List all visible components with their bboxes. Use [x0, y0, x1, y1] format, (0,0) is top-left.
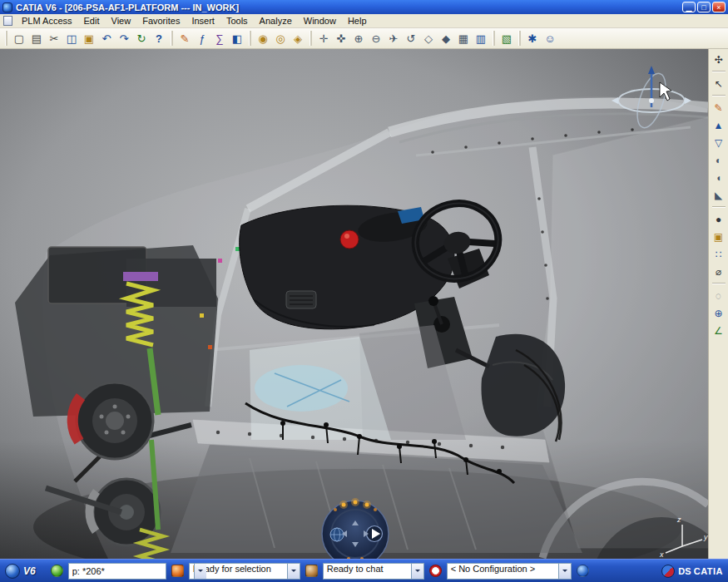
cut-icon[interactable]: ✂ — [46, 30, 62, 47]
catia-window: CATIA V6 - [206-PSA-AF1-PLATFORM --- IN_… — [0, 0, 728, 582]
search-combo[interactable] — [68, 563, 166, 580]
undo-icon[interactable]: ↶ — [98, 30, 115, 47]
capture-icon[interactable]: ▥ — [473, 30, 489, 47]
configuration-combo[interactable]: < No Configuration > — [447, 563, 572, 580]
toolbar-separator — [712, 71, 726, 72]
catia-v6-brand: V6 — [5, 564, 36, 579]
ds-logo-icon — [661, 565, 675, 578]
menu-analyze[interactable]: Analyze — [254, 15, 298, 27]
settings-icon[interactable]: ✱ — [524, 30, 541, 47]
statusbar: V6 Ready for selection Ready to chat < N… — [0, 559, 728, 582]
menu-view[interactable]: View — [106, 15, 137, 27]
play-button[interactable] — [367, 526, 383, 542]
multi-view-icon[interactable]: ▦ — [455, 30, 472, 47]
knowledge-icon[interactable]: ∑ — [211, 30, 228, 47]
center-view-icon[interactable]: ✜ — [333, 30, 349, 47]
chat-dropdown-arrow[interactable] — [411, 564, 423, 579]
sketch-3d-icon[interactable]: ✎ — [711, 100, 726, 116]
redo-icon[interactable]: ↷ — [116, 30, 132, 47]
security-icon[interactable]: ◈ — [290, 30, 306, 47]
chat-status: Ready to chat — [324, 564, 411, 579]
selection-mode-icon[interactable] — [171, 565, 184, 577]
menu-edit[interactable]: Edit — [78, 15, 106, 27]
hole-icon[interactable]: ● — [711, 211, 726, 227]
minimize-button[interactable]: ▁ — [682, 2, 696, 12]
configuration-icon[interactable] — [577, 565, 589, 577]
shell-icon[interactable]: ▣ — [711, 229, 726, 244]
toolbar-separator — [712, 283, 726, 284]
chat-icon[interactable] — [305, 565, 318, 577]
toolbar-grip — [493, 31, 495, 46]
right-toolbar: ✣ ↖ ✎ ▲ ▽ ◐ ◖ ◣ ● ▣ ∷ ⌀ ◌ ⊕ ∠ — [708, 49, 728, 559]
svg-text:z: z — [676, 515, 681, 524]
compass-anchor-icon[interactable]: ✣ — [711, 52, 726, 67]
zoom-in-icon[interactable]: ⊕ — [350, 30, 367, 47]
fly-mode-icon[interactable]: ✈ — [385, 30, 402, 47]
new-document-icon[interactable]: ▢ — [11, 30, 27, 47]
window-title: CATIA V6 - [206-PSA-AF1-PLATFORM --- IN_… — [16, 2, 679, 12]
rotate-view-icon[interactable]: ↺ — [403, 30, 419, 47]
window-controls: ▁ □ × — [682, 2, 726, 12]
toolbox-icon[interactable]: ▧ — [498, 30, 515, 47]
plm-search-icon[interactable] — [51, 565, 63, 577]
search-dropdown-arrow[interactable] — [194, 564, 206, 579]
svg-text:x: x — [659, 550, 664, 559]
3d-viewport[interactable]: z y x — [0, 49, 708, 559]
brand-label: V6 — [23, 565, 36, 577]
print-icon[interactable]: ▤ — [28, 30, 45, 47]
zoom-out-icon[interactable]: ⊖ — [368, 30, 384, 47]
ds-logo-text: DS CATIA — [678, 566, 723, 576]
collaboration-icon[interactable]: ☺ — [542, 30, 558, 47]
workarea: z y x ✣ ↖ ✎ ▲ ▽ ◐ ◖ ◣ ● ▣ ∷ ⌀ ◌ ⊕ ∠ — [0, 49, 728, 559]
toolbar-grip — [310, 31, 312, 46]
toolbar-grip — [518, 31, 521, 46]
whats-this-icon[interactable]: ? — [151, 30, 167, 47]
pattern-icon[interactable]: ∷ — [711, 246, 726, 262]
globe-icon[interactable] — [330, 528, 344, 541]
chamfer-icon[interactable]: ◣ — [711, 187, 726, 203]
menu-help[interactable]: Help — [342, 15, 373, 27]
catia-label: CATIA — [694, 566, 723, 576]
menu-plm-access[interactable]: PLM Access — [16, 15, 78, 27]
select-cursor-icon[interactable]: ↖ — [711, 76, 726, 91]
menu-favorites[interactable]: Favorites — [136, 15, 186, 27]
normal-view-icon[interactable]: ◆ — [438, 30, 454, 47]
lock-icon[interactable]: ◉ — [255, 30, 271, 47]
magnifier-icon[interactable]: ⊕ — [711, 305, 726, 321]
report-window-icon[interactable]: ◧ — [229, 30, 245, 47]
unlock-icon[interactable]: ◎ — [272, 30, 289, 47]
toolbar-grip — [249, 31, 251, 46]
restore-button[interactable]: □ — [697, 2, 711, 12]
axis-system-icon[interactable]: ∠ — [711, 323, 726, 338]
status-record-icon[interactable] — [429, 565, 442, 577]
menu-tools[interactable]: Tools — [220, 15, 254, 27]
paste-icon[interactable]: ▣ — [81, 30, 97, 47]
chat-status-combo[interactable]: Ready to chat — [323, 563, 424, 580]
menubar: PLM Access Edit View Favorites Insert To… — [0, 14, 728, 28]
main-toolbar: ▢ ▤ ✂ ◫ ▣ ↶ ↷ ↻ ? ✎ ƒ ∑ ◧ ◉ ◎ ◈ ✛ ✜ ⊕ ⊖ … — [0, 28, 728, 49]
fillet-icon[interactable]: ◖ — [711, 170, 726, 185]
update-icon[interactable]: ↻ — [133, 30, 150, 47]
configuration-dropdown-arrow[interactable] — [558, 564, 571, 579]
hide-show-icon[interactable]: ◌ — [711, 288, 726, 303]
close-button[interactable]: × — [712, 2, 726, 12]
revolve-icon[interactable]: ◐ — [711, 152, 726, 168]
ds-catia-logo: DS CATIA — [661, 565, 723, 578]
titlebar[interactable]: CATIA V6 - [206-PSA-AF1-PLATFORM --- IN_… — [0, 0, 728, 14]
measure-icon[interactable]: ⌀ — [711, 264, 726, 279]
selection-dropdown-arrow[interactable] — [287, 564, 300, 579]
toolbar-grip — [5, 31, 7, 46]
formula-icon[interactable]: ƒ — [194, 30, 210, 47]
pad-icon[interactable]: ▲ — [711, 117, 726, 133]
copy-icon[interactable]: ◫ — [63, 30, 80, 47]
menu-insert[interactable]: Insert — [186, 15, 220, 27]
configuration-value: < No Configuration > — [448, 564, 558, 579]
toolbar-separator — [712, 206, 726, 208]
iso-view-icon[interactable]: ◇ — [420, 30, 437, 47]
document-icon — [3, 16, 12, 26]
sketch-icon[interactable]: ✎ — [176, 30, 193, 47]
menu-window[interactable]: Window — [298, 15, 342, 27]
toolbar-grip — [171, 31, 173, 46]
pocket-icon[interactable]: ▽ — [711, 135, 726, 150]
pan-icon[interactable]: ✛ — [315, 30, 332, 47]
